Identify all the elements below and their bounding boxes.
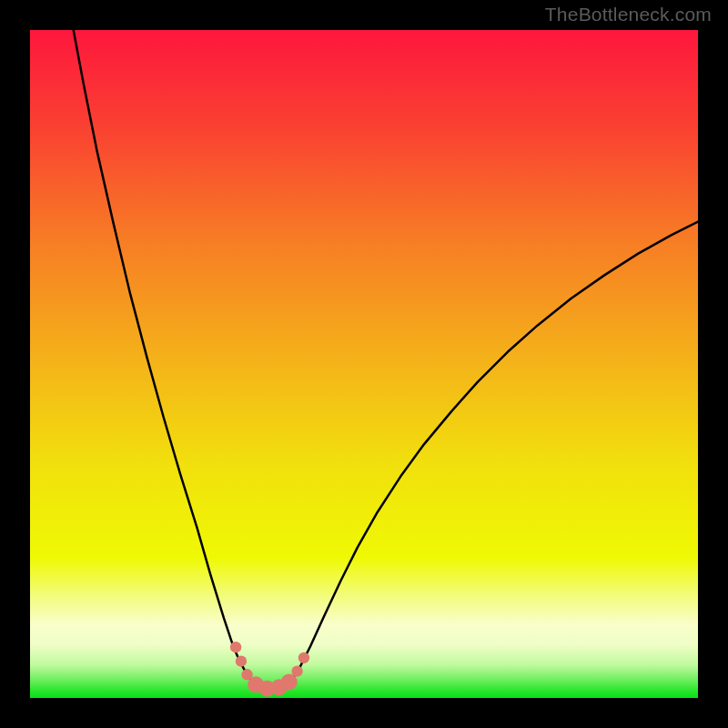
curve-marker (298, 652, 309, 663)
curve-marker (291, 665, 302, 676)
curve-marker (230, 642, 241, 652)
chart-svg (30, 30, 698, 698)
chart-stage: TheBottleneck.com (0, 0, 728, 728)
plot-area (30, 30, 698, 698)
watermark-text: TheBottleneck.com (545, 4, 712, 25)
gradient-background (30, 30, 698, 698)
curve-marker (236, 655, 247, 666)
